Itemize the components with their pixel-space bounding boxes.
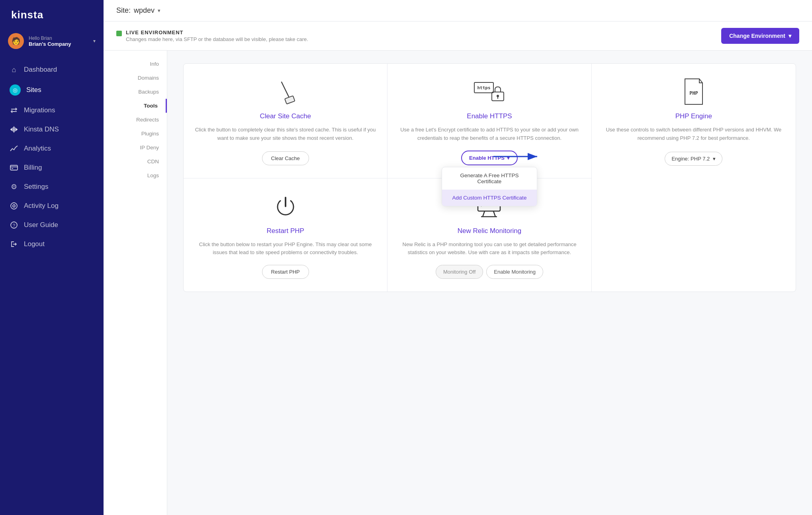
clear-cache-title: Clear Site Cache	[260, 112, 311, 120]
env-subtitle: Changes made here, via SFTP or the datab…	[126, 36, 308, 42]
sidebar-item-logout[interactable]: Logout	[0, 235, 104, 254]
sidebar-item-analytics[interactable]: Analytics	[0, 139, 104, 158]
analytics-icon	[10, 144, 18, 153]
php-engine-button[interactable]: Engine: PHP 7.2 ▾	[665, 152, 722, 166]
activity-log-icon	[10, 202, 18, 210]
new-relic-desc: New Relic is a PHP monitoring tool you c…	[399, 241, 580, 257]
dropdown-item-free-cert[interactable]: Generate A Free HTTPS Certificate	[442, 167, 537, 190]
new-relic-title: New Relic Monitoring	[458, 227, 522, 235]
subnav-item-domains[interactable]: Domains	[104, 71, 167, 85]
sidebar-item-activity-log[interactable]: Activity Log	[0, 196, 104, 215]
enable-https-chevron-icon: ▾	[507, 155, 510, 161]
user-guide-icon: ?	[10, 221, 18, 229]
svg-rect-10	[285, 96, 295, 104]
user-info: Hello Brian Brian's Company	[29, 35, 88, 47]
subnav-item-backups[interactable]: Backups	[104, 85, 167, 99]
sidebar-item-kinsta-dns[interactable]: Kinsta DNS	[0, 120, 104, 139]
php-engine-icon: PHP	[682, 78, 706, 106]
php-engine-title: PHP Engine	[675, 112, 712, 120]
svg-point-14	[497, 95, 499, 97]
svg-point-6	[13, 205, 15, 207]
kinsta-dns-icon	[10, 125, 18, 134]
subnav-item-info[interactable]: Info	[104, 57, 167, 71]
subnav-item-ip-deny[interactable]: IP Deny	[104, 141, 167, 155]
sidebar-item-sites[interactable]: ◎ Sites	[0, 79, 104, 101]
settings-icon: ⚙	[10, 182, 18, 191]
svg-line-21	[493, 211, 495, 217]
subnav-item-tools[interactable]: Tools	[104, 99, 167, 113]
svg-text:PHP: PHP	[689, 90, 698, 96]
site-name: wpdev	[134, 6, 155, 15]
logo: kinsta	[0, 0, 104, 28]
topbar: Site: wpdev ▾	[104, 0, 812, 22]
subnav-item-plugins[interactable]: Plugins	[104, 127, 167, 141]
enable-https-dropdown-menu: Generate A Free HTTPS Certificate Add Cu…	[442, 167, 537, 206]
clear-cache-desc: Click the button to completely clear thi…	[195, 126, 376, 143]
clear-cache-button[interactable]: Clear Cache	[262, 151, 309, 165]
tools-grid: Clear Site Cache Click the button to com…	[183, 63, 796, 292]
sidebar-item-migrations[interactable]: Migrations	[0, 101, 104, 120]
dashboard-icon: ⌂	[10, 65, 18, 74]
change-environment-button[interactable]: Change Environment ▾	[721, 28, 799, 44]
enable-https-title: Enable HTTPS	[467, 112, 512, 120]
restart-php-desc: Click the button below to restart your P…	[195, 241, 376, 257]
enable-monitoring-button[interactable]: Enable Monitoring	[486, 265, 543, 279]
sidebar-label-settings: Settings	[24, 183, 48, 191]
sidebar: kinsta 🧑 Hello Brian Brian's Company ▾ ⌂…	[0, 0, 104, 515]
change-env-chevron-icon: ▾	[789, 33, 791, 39]
subnav-item-redirects[interactable]: Redirects	[104, 113, 167, 127]
subnav-item-cdn[interactable]: CDN	[104, 155, 167, 168]
svg-line-20	[483, 211, 485, 217]
billing-icon	[10, 163, 18, 172]
clear-cache-icon	[274, 78, 297, 106]
sidebar-item-user-guide[interactable]: ? User Guide	[0, 215, 104, 235]
restart-php-title: Restart PHP	[266, 227, 304, 235]
subnav: Info Domains Backups Tools Redirects Plu…	[104, 51, 167, 515]
sites-icon: ◎	[10, 84, 21, 96]
main-content: Site: wpdev ▾ LIVE ENVIRONMENT Changes m…	[104, 0, 812, 515]
env-status-dot	[116, 31, 122, 36]
two-panel: Info Domains Backups Tools Redirects Plu…	[104, 51, 812, 515]
env-text: LIVE ENVIRONMENT Changes made here, via …	[126, 29, 308, 42]
site-label: Site:	[116, 6, 131, 15]
sidebar-item-settings[interactable]: ⚙ Settings	[0, 177, 104, 196]
sidebar-label-user-guide: User Guide	[24, 221, 58, 229]
monitoring-buttons: Monitoring Off Enable Monitoring	[436, 265, 543, 279]
sidebar-label-billing: Billing	[24, 164, 42, 172]
svg-text:?: ?	[13, 223, 15, 228]
user-profile[interactable]: 🧑 Hello Brian Brian's Company ▾	[0, 28, 104, 57]
sidebar-label-dashboard: Dashboard	[24, 66, 57, 74]
php-engine-card: PHP PHP Engine Use these controls to swi…	[592, 64, 796, 178]
sidebar-label-logout: Logout	[24, 240, 45, 248]
enable-https-button[interactable]: Enable HTTPS ▾	[461, 151, 518, 165]
svg-point-5	[11, 203, 17, 209]
user-chevron-icon: ▾	[93, 38, 96, 44]
restart-php-card: Restart PHP Click the button below to re…	[184, 178, 387, 292]
topbar-chevron-icon[interactable]: ▾	[158, 8, 160, 14]
php-engine-chevron-icon: ▾	[713, 156, 716, 162]
php-engine-desc: Use these controls to switch between dif…	[603, 126, 785, 144]
env-banner: LIVE ENVIRONMENT Changes made here, via …	[104, 22, 812, 51]
restart-php-button[interactable]: Restart PHP	[262, 265, 309, 279]
monitoring-off-button[interactable]: Monitoring Off	[436, 265, 483, 279]
content-area: LIVE ENVIRONMENT Changes made here, via …	[104, 22, 812, 515]
user-company: Brian's Company	[29, 41, 88, 47]
sidebar-label-migrations: Migrations	[24, 106, 55, 114]
avatar: 🧑	[8, 33, 24, 49]
enable-https-dropdown-container: Enable HTTPS ▾ Generate A Free HTTPS Cer…	[461, 151, 518, 165]
sidebar-label-kinsta-dns: Kinsta DNS	[24, 125, 59, 133]
sidebar-item-dashboard[interactable]: ⌂ Dashboard	[0, 60, 104, 79]
enable-https-desc: Use a free Let's Encrypt certificate to …	[399, 126, 580, 143]
sidebar-nav: ⌂ Dashboard ◎ Sites Migrations	[0, 57, 104, 515]
tools-panel: Clear Site Cache Click the button to com…	[167, 51, 812, 515]
logout-icon	[10, 240, 18, 249]
svg-rect-2	[10, 165, 18, 170]
env-title: LIVE ENVIRONMENT	[126, 29, 308, 35]
enable-https-card: https Enable HTTPS Use a free Let's Encr…	[387, 64, 591, 178]
dropdown-item-custom-cert[interactable]: Add Custom HTTPS Certificate	[442, 190, 537, 206]
svg-text:https: https	[477, 85, 490, 90]
sidebar-item-billing[interactable]: Billing	[0, 158, 104, 177]
subnav-item-logs[interactable]: Logs	[104, 168, 167, 182]
enable-https-icon: https	[474, 78, 505, 106]
migrations-icon	[10, 106, 18, 115]
